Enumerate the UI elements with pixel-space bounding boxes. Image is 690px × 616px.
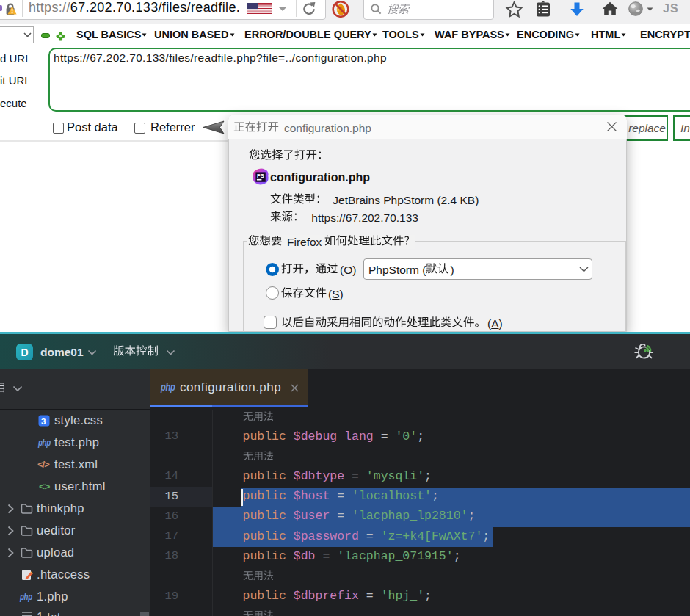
svg-text:3: 3 [41,417,46,426]
svg-text:PS: PS [257,173,264,179]
